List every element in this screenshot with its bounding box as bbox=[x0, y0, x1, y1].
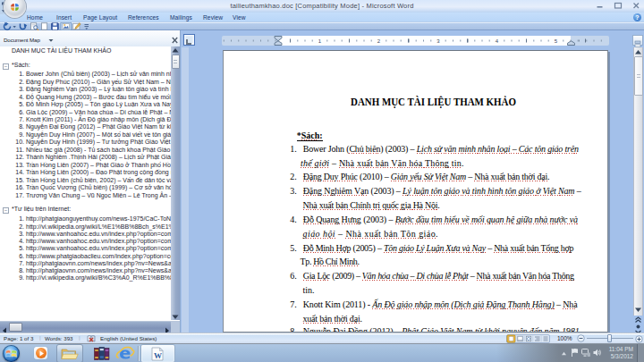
svg-text:2: 2 bbox=[377, 38, 381, 44]
svg-text:5: 5 bbox=[555, 38, 558, 44]
svg-text:4: 4 bbox=[496, 38, 499, 44]
svg-text:1: 1 bbox=[318, 38, 322, 44]
svg-text:3: 3 bbox=[436, 38, 440, 44]
svg-text:W: W bbox=[154, 350, 162, 359]
